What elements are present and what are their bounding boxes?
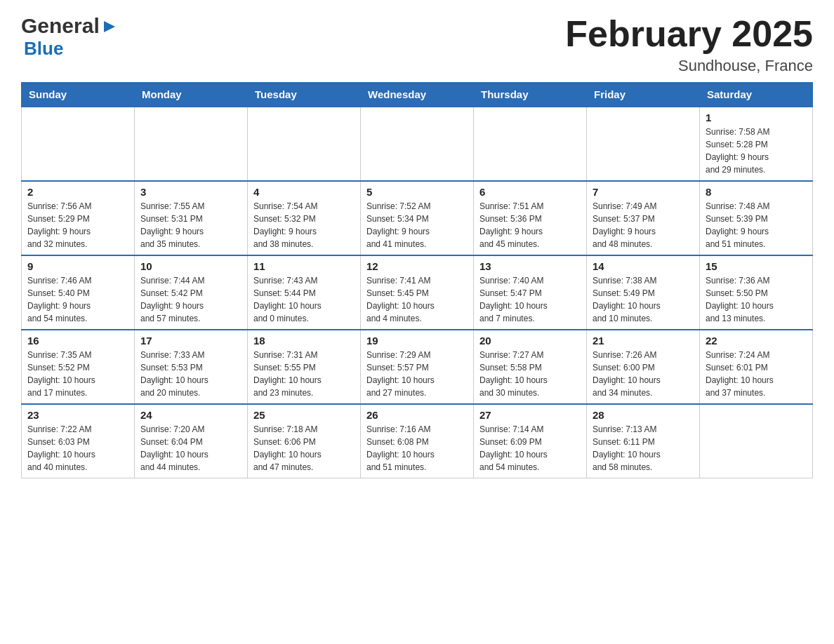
calendar-cell bbox=[361, 107, 474, 181]
calendar-cell: 17Sunrise: 7:33 AM Sunset: 5:53 PM Dayli… bbox=[135, 330, 248, 404]
day-number: 20 bbox=[479, 335, 581, 347]
calendar-header-sunday: Sunday bbox=[22, 83, 135, 107]
day-info: Sunrise: 7:29 AM Sunset: 5:57 PM Dayligh… bbox=[366, 349, 468, 399]
calendar-week-2: 2Sunrise: 7:56 AM Sunset: 5:29 PM Daylig… bbox=[22, 181, 813, 255]
day-number: 18 bbox=[253, 335, 355, 347]
calendar-cell: 28Sunrise: 7:13 AM Sunset: 6:11 PM Dayli… bbox=[587, 404, 700, 478]
day-number: 27 bbox=[479, 409, 581, 421]
day-number: 17 bbox=[140, 335, 241, 347]
calendar-cell: 15Sunrise: 7:36 AM Sunset: 5:50 PM Dayli… bbox=[700, 255, 813, 330]
day-number: 6 bbox=[479, 186, 581, 198]
day-info: Sunrise: 7:56 AM Sunset: 5:29 PM Dayligh… bbox=[27, 200, 128, 250]
calendar-cell bbox=[248, 107, 361, 181]
calendar-cell: 27Sunrise: 7:14 AM Sunset: 6:09 PM Dayli… bbox=[474, 404, 587, 478]
calendar-header-thursday: Thursday bbox=[474, 83, 587, 107]
day-number: 4 bbox=[253, 186, 355, 198]
calendar-cell: 18Sunrise: 7:31 AM Sunset: 5:55 PM Dayli… bbox=[248, 330, 361, 404]
day-number: 22 bbox=[706, 335, 807, 347]
day-info: Sunrise: 7:20 AM Sunset: 6:04 PM Dayligh… bbox=[140, 423, 241, 474]
day-number: 15 bbox=[706, 260, 807, 272]
calendar-header-tuesday: Tuesday bbox=[248, 83, 361, 107]
calendar-cell bbox=[587, 107, 700, 181]
calendar-cell: 2Sunrise: 7:56 AM Sunset: 5:29 PM Daylig… bbox=[22, 181, 135, 255]
day-number: 28 bbox=[593, 409, 694, 421]
day-number: 7 bbox=[593, 186, 694, 198]
calendar-cell: 12Sunrise: 7:41 AM Sunset: 5:45 PM Dayli… bbox=[361, 255, 474, 330]
calendar-cell bbox=[22, 107, 135, 181]
calendar-header-friday: Friday bbox=[587, 83, 700, 107]
day-info: Sunrise: 7:43 AM Sunset: 5:44 PM Dayligh… bbox=[253, 274, 355, 325]
logo-blue: Blue bbox=[24, 38, 63, 59]
calendar-cell: 9Sunrise: 7:46 AM Sunset: 5:40 PM Daylig… bbox=[22, 255, 135, 330]
day-info: Sunrise: 7:41 AM Sunset: 5:45 PM Dayligh… bbox=[366, 274, 468, 325]
calendar-cell: 10Sunrise: 7:44 AM Sunset: 5:42 PM Dayli… bbox=[135, 255, 248, 330]
day-number: 19 bbox=[366, 335, 468, 347]
day-number: 21 bbox=[593, 335, 694, 347]
day-number: 16 bbox=[27, 335, 128, 347]
calendar-cell: 25Sunrise: 7:18 AM Sunset: 6:06 PM Dayli… bbox=[248, 404, 361, 478]
calendar-week-4: 16Sunrise: 7:35 AM Sunset: 5:52 PM Dayli… bbox=[22, 330, 813, 404]
svg-marker-0 bbox=[104, 21, 115, 32]
day-info: Sunrise: 7:40 AM Sunset: 5:47 PM Dayligh… bbox=[479, 274, 581, 325]
day-info: Sunrise: 7:46 AM Sunset: 5:40 PM Dayligh… bbox=[27, 274, 128, 325]
day-number: 5 bbox=[366, 186, 468, 198]
day-number: 2 bbox=[27, 186, 128, 198]
day-number: 24 bbox=[140, 409, 241, 421]
day-info: Sunrise: 7:48 AM Sunset: 5:39 PM Dayligh… bbox=[706, 200, 807, 250]
day-info: Sunrise: 7:36 AM Sunset: 5:50 PM Dayligh… bbox=[706, 274, 807, 325]
calendar-header-monday: Monday bbox=[135, 83, 248, 107]
day-info: Sunrise: 7:13 AM Sunset: 6:11 PM Dayligh… bbox=[593, 423, 694, 474]
calendar-header-saturday: Saturday bbox=[700, 83, 813, 107]
calendar-week-3: 9Sunrise: 7:46 AM Sunset: 5:40 PM Daylig… bbox=[22, 255, 813, 330]
day-info: Sunrise: 7:58 AM Sunset: 5:28 PM Dayligh… bbox=[706, 126, 807, 176]
day-info: Sunrise: 7:38 AM Sunset: 5:49 PM Dayligh… bbox=[593, 274, 694, 325]
calendar-cell: 1Sunrise: 7:58 AM Sunset: 5:28 PM Daylig… bbox=[700, 107, 813, 181]
calendar-cell: 20Sunrise: 7:27 AM Sunset: 5:58 PM Dayli… bbox=[474, 330, 587, 404]
day-number: 9 bbox=[27, 260, 128, 272]
day-number: 11 bbox=[253, 260, 355, 272]
calendar-cell: 11Sunrise: 7:43 AM Sunset: 5:44 PM Dayli… bbox=[248, 255, 361, 330]
day-info: Sunrise: 7:55 AM Sunset: 5:31 PM Dayligh… bbox=[140, 200, 241, 250]
calendar-cell bbox=[700, 404, 813, 478]
day-info: Sunrise: 7:24 AM Sunset: 6:01 PM Dayligh… bbox=[706, 349, 807, 399]
calendar-cell: 4Sunrise: 7:54 AM Sunset: 5:32 PM Daylig… bbox=[248, 181, 361, 255]
day-number: 10 bbox=[140, 260, 241, 272]
day-info: Sunrise: 7:22 AM Sunset: 6:03 PM Dayligh… bbox=[27, 423, 128, 474]
month-title: February 2025 bbox=[565, 14, 813, 54]
day-info: Sunrise: 7:18 AM Sunset: 6:06 PM Dayligh… bbox=[253, 423, 355, 474]
logo: General Blue bbox=[21, 14, 117, 60]
calendar-cell: 5Sunrise: 7:52 AM Sunset: 5:34 PM Daylig… bbox=[361, 181, 474, 255]
calendar-header-row: SundayMondayTuesdayWednesdayThursdayFrid… bbox=[22, 83, 813, 107]
calendar-cell: 3Sunrise: 7:55 AM Sunset: 5:31 PM Daylig… bbox=[135, 181, 248, 255]
calendar-cell: 21Sunrise: 7:26 AM Sunset: 6:00 PM Dayli… bbox=[587, 330, 700, 404]
logo-general: General bbox=[21, 14, 100, 38]
calendar-week-1: 1Sunrise: 7:58 AM Sunset: 5:28 PM Daylig… bbox=[22, 107, 813, 181]
day-number: 14 bbox=[593, 260, 694, 272]
calendar-cell: 22Sunrise: 7:24 AM Sunset: 6:01 PM Dayli… bbox=[700, 330, 813, 404]
day-info: Sunrise: 7:51 AM Sunset: 5:36 PM Dayligh… bbox=[479, 200, 581, 250]
day-number: 26 bbox=[366, 409, 468, 421]
day-info: Sunrise: 7:26 AM Sunset: 6:00 PM Dayligh… bbox=[593, 349, 694, 399]
calendar-cell bbox=[135, 107, 248, 181]
calendar-cell: 14Sunrise: 7:38 AM Sunset: 5:49 PM Dayli… bbox=[587, 255, 700, 330]
day-number: 13 bbox=[479, 260, 581, 272]
day-info: Sunrise: 7:54 AM Sunset: 5:32 PM Dayligh… bbox=[253, 200, 355, 250]
day-number: 23 bbox=[27, 409, 128, 421]
day-number: 3 bbox=[140, 186, 241, 198]
calendar-cell: 13Sunrise: 7:40 AM Sunset: 5:47 PM Dayli… bbox=[474, 255, 587, 330]
calendar-cell: 7Sunrise: 7:49 AM Sunset: 5:37 PM Daylig… bbox=[587, 181, 700, 255]
day-number: 1 bbox=[706, 112, 807, 123]
page-header: General Blue February 2025 Sundhouse, Fr… bbox=[21, 14, 813, 75]
calendar-cell: 19Sunrise: 7:29 AM Sunset: 5:57 PM Dayli… bbox=[361, 330, 474, 404]
calendar-table: SundayMondayTuesdayWednesdayThursdayFrid… bbox=[21, 82, 813, 478]
day-info: Sunrise: 7:31 AM Sunset: 5:55 PM Dayligh… bbox=[253, 349, 355, 399]
calendar-header-wednesday: Wednesday bbox=[361, 83, 474, 107]
calendar-cell: 6Sunrise: 7:51 AM Sunset: 5:36 PM Daylig… bbox=[474, 181, 587, 255]
day-info: Sunrise: 7:27 AM Sunset: 5:58 PM Dayligh… bbox=[479, 349, 581, 399]
day-number: 25 bbox=[253, 409, 355, 421]
day-info: Sunrise: 7:16 AM Sunset: 6:08 PM Dayligh… bbox=[366, 423, 468, 474]
title-area: February 2025 Sundhouse, France bbox=[565, 14, 813, 75]
day-info: Sunrise: 7:14 AM Sunset: 6:09 PM Dayligh… bbox=[479, 423, 581, 474]
day-info: Sunrise: 7:35 AM Sunset: 5:52 PM Dayligh… bbox=[27, 349, 128, 399]
calendar-cell: 23Sunrise: 7:22 AM Sunset: 6:03 PM Dayli… bbox=[22, 404, 135, 478]
